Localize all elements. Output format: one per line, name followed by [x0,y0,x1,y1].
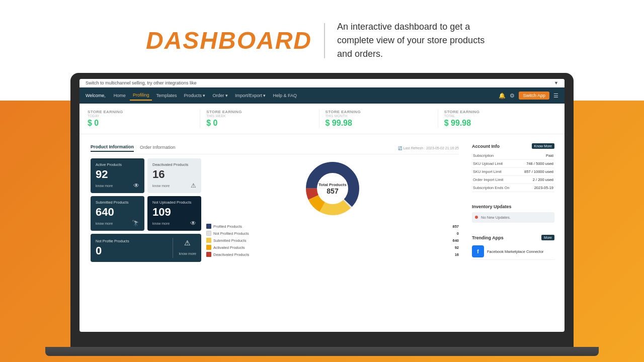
account-row-order-import: Order Import Limit 2 / 200 used [472,176,554,184]
donut-label: Total Products 857 [318,183,346,195]
sku-upload-value: 748 / 5000 used [518,160,554,168]
sku-import-label: SKU Import Limit [472,168,518,176]
submitted-products-footer: know more 🔭 [96,220,139,227]
eye-icon-2: 👁 [190,220,196,227]
eye-icon: 👁 [133,182,139,189]
inventory-card: Inventory Updates No New Updates. [468,200,558,227]
notif-text: Switch to multichannel selling, try othe… [86,80,197,85]
nav-welcome: Welcome, [86,93,106,98]
nav-import-export[interactable]: Import/Export ▾ [232,91,269,100]
notif-dropdown-icon: ▼ [554,80,558,85]
not-profile-card: Not Profile Products 0 ⚠ know more [91,234,201,262]
legend-not-profiled-val: 0 [457,231,459,236]
active-products-footer: know more 👁 [96,182,139,189]
subscription-label: Subscription [472,152,518,160]
header-tagline: An interactive dashboard to get a comple… [337,20,498,61]
subscription-ends-label: Subscription Ends On [472,184,518,192]
page-header: DASHBOARD An interactive dashboard to ge… [0,20,644,61]
product-grid-top: Active Products 92 know more 👁 Dea [91,158,201,231]
stat-today-label: STORE EARNING [88,110,194,114]
legend-deactivated-color [206,252,211,257]
deactivated-products-card: Deactivated Products 16 know more ⚠ [147,158,201,193]
nav-templates[interactable]: Templates [153,91,180,100]
nav-products[interactable]: Products ▾ [181,91,208,100]
submitted-products-label: Submitted Products [96,200,139,205]
submitted-products-value: 640 [96,206,139,219]
gear-icon[interactable]: ⚙ [510,93,515,99]
active-know-more[interactable]: know more [96,184,113,188]
legend-profiled-color [206,224,211,229]
legend-submitted-label: Submitted Products [213,238,450,243]
account-info-header: Account Info Know More [472,143,554,149]
legend-activated-color [206,245,211,250]
nav-order[interactable]: Order ▾ [209,91,231,100]
binoculars-icon: 🔭 [132,220,139,227]
legend-activated-val: 92 [455,245,459,250]
not-profile-warning-icon: ⚠ [179,239,196,247]
bell-icon[interactable]: 🔔 [499,93,506,99]
subscription-value: Paid [518,152,554,160]
tab-product-info[interactable]: Product Information [91,144,134,152]
not-profile-right: ⚠ know more [179,239,196,257]
not-profile-value: 0 [96,244,167,257]
stat-total-sublabel: TOTAL [444,114,550,118]
inventory-header: Inventory Updates [472,204,554,209]
submitted-know-more[interactable]: know more [96,222,113,225]
nav-profiling[interactable]: Profiling [130,90,152,101]
dashboard-logo: DASHBOARD [146,27,312,54]
facebook-icon: f [472,245,484,257]
stat-week-value: $ 0 [206,119,312,128]
header-divider [324,23,325,58]
laptop-frame: Switch to multichannel selling, try othe… [70,73,574,347]
stat-week-label: STORE EARNING [206,110,312,114]
not-uploaded-know-more[interactable]: know more [152,222,170,225]
not-uploaded-products-footer: know more 👁 [152,220,196,227]
stat-today: STORE EARNING TODAY $ 0 [88,110,200,128]
laptop-wrapper: Switch to multichannel selling, try othe… [70,73,574,347]
account-row-sku-import: SKU Import Limit 857 / 10000 used [472,168,554,176]
legend-deactivated-label: Deactivated Products [213,252,453,257]
inventory-message: No New Updates. [481,215,511,220]
laptop-screen: Switch to multichannel selling, try othe… [79,79,565,332]
chart-legend-area: Total Products 857 Profiled Products 857 [206,158,459,322]
trending-apps-header: Trending Apps More [472,235,554,240]
trending-more-button[interactable]: More [541,235,554,240]
trending-facebook[interactable]: f Facebook Marketplace Connector [472,243,554,260]
active-products-card: Active Products 92 know more 👁 [91,158,144,193]
not-profile-label: Not Profile Products [96,239,167,243]
not-profile-left: Not Profile Products 0 [96,239,167,257]
deactivated-products-label: Deactivated Products [152,162,196,167]
not-uploaded-products-value: 109 [152,206,196,219]
submitted-products-card: Submitted Products 640 know more 🔭 [91,196,144,231]
legend-submitted-color [206,238,211,243]
legend-deactivated-val: 16 [455,252,459,257]
not-uploaded-products-card: Not Uploaded Products 109 know more 👁 [147,196,201,231]
sku-upload-label: SKU Upload Limit [472,160,518,168]
navbar: Welcome, Home Profiling Templates Produc… [79,87,565,104]
chart-legend: Profiled Products 857 Not Profiled Produ… [206,223,459,258]
account-know-more-button[interactable]: Know More [532,143,554,149]
nav-icons: 🔔 ⚙ Switch App ☰ [499,92,558,100]
deactivated-products-value: 16 [152,168,196,181]
account-row-subscription-ends: Subscription Ends On 2023-05-19 [472,184,554,192]
not-profile-know-more[interactable]: know more [179,252,196,255]
nav-help[interactable]: Help & FAQ [270,91,300,100]
stat-month-label: STORE EARNING [326,110,432,114]
legend-activated: Activated Products 92 [206,244,459,251]
deactivated-know-more[interactable]: know more [152,184,170,188]
active-products-value: 92 [96,168,139,181]
dashboard-body: Product Information Order Information 🔄 … [79,134,565,332]
right-panel: Account Info Know More Subscription Paid… [468,139,558,327]
nav-home[interactable]: Home [111,91,129,100]
notification-bar: Switch to multichannel selling, try othe… [79,79,565,87]
warning-icon: ⚠ [191,182,196,189]
tab-order-info[interactable]: Order Information [140,145,176,151]
stat-week: STORE EARNING THIS WEEK $ 0 [200,110,319,128]
stat-total-value: $ 99.98 [444,119,550,128]
inventory-section: No New Updates. [472,212,554,223]
stat-month-value: $ 99.98 [326,119,432,128]
trending-facebook-name: Facebook Marketplace Connector [487,249,544,254]
legend-profiled: Profiled Products 857 [206,223,459,230]
menu-icon[interactable]: ☰ [553,93,558,99]
switch-app-button[interactable]: Switch App [519,92,549,100]
